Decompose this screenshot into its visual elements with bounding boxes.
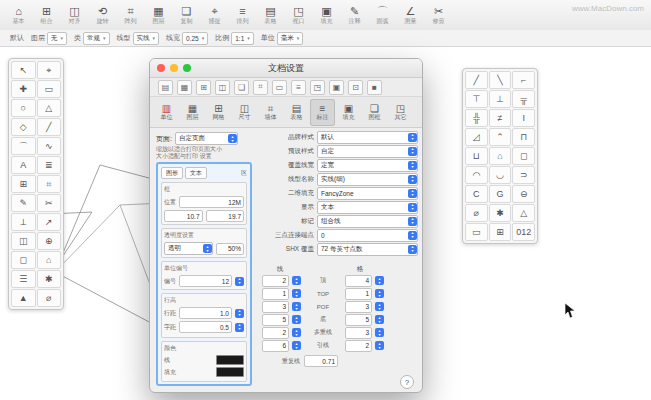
dialog-tab[interactable]: ◫ 尺寸 [232,99,257,126]
dialog-tab[interactable]: ⊞ 网格 [206,99,231,126]
property-dropdown[interactable]: 0 [317,229,418,242]
toolbar-tool-button[interactable]: ⌖ 捕捉 [202,5,227,25]
stepper-icon[interactable] [375,341,384,350]
toolbar-tool-button[interactable]: ∠ 测量 [398,5,423,25]
palette-tool[interactable]: ≠ [489,109,512,127]
property-dropdown[interactable]: FancyZone [317,187,418,200]
panel-mini-tab[interactable]: 图形 [161,167,183,179]
stepper-icon[interactable] [235,309,244,318]
palette-tool[interactable]: ⌗ [37,175,62,193]
grid-left-field[interactable]: 2 [262,275,289,287]
palette-tool[interactable]: ◠ [465,166,488,184]
palette-tool[interactable]: C [465,185,488,203]
palette-tool[interactable]: ↖ [11,61,36,79]
dialog-toolbar-icon[interactable]: ■ [367,80,382,95]
palette-tool[interactable]: ✂ [37,194,62,212]
minimize-button[interactable] [170,64,178,72]
grid-right-field[interactable]: 3 [345,301,372,313]
property-dropdown[interactable]: 默认 [317,131,418,144]
grid-right-field[interactable]: 1 [345,288,372,300]
palette-tool[interactable]: ≣ [37,156,62,174]
palette-tool[interactable]: ☰ [11,270,36,288]
attribute-dropdown[interactable]: 1:1 ▾ [231,32,254,45]
toolbar-tool-button[interactable]: ◫ 对齐 [62,5,87,25]
toolbar-tool-button[interactable]: ✂ 修剪 [426,5,451,25]
palette-tool[interactable]: ⌒ [11,137,36,155]
property-dropdown[interactable]: 文本 [317,201,418,214]
position-field[interactable]: 12M [179,196,244,208]
stepper-icon[interactable] [375,276,384,285]
palette-tool[interactable]: ◻ [512,147,535,165]
grid-left-field[interactable]: 3 [262,301,289,313]
palette-tool[interactable]: ⌐ [512,71,535,89]
palette-tool[interactable]: I [512,109,535,127]
grid-right-field[interactable]: 3 [345,327,372,339]
toolbar-tool-button[interactable]: ▤ 表格 [258,5,283,25]
palette-tool[interactable]: ⊕ [37,232,62,250]
dialog-toolbar-icon[interactable]: ⌗ [253,80,268,95]
palette-tool[interactable]: ⌂ [489,147,512,165]
palette-tool[interactable]: ⊃ [512,166,535,184]
attribute-dropdown[interactable]: 实线 ▾ [133,32,160,45]
palette-tool[interactable]: ✱ [489,204,512,222]
palette-tool[interactable]: ✚ [11,80,36,98]
attribute-dropdown[interactable]: 0.25 ▾ [182,32,208,45]
palette-tool[interactable]: ⊥ [489,90,512,108]
palette-tool[interactable]: ◿ [465,128,488,146]
grid-left-field[interactable]: 5 [262,314,289,326]
palette-tool[interactable]: ⊞ [489,223,512,241]
toolbar-tool-button[interactable]: ≡ 排列 [230,5,255,25]
palette-tool[interactable]: ▲ [11,289,36,307]
palette-tool[interactable]: △ [512,204,535,222]
toolbar-tool-button[interactable]: ▦ 图层 [146,5,171,25]
stepper-icon[interactable] [235,277,244,286]
stepper-icon[interactable] [292,289,301,298]
stepper-icon[interactable] [292,276,301,285]
palette-tool[interactable]: ∿ [37,137,62,155]
stepper-icon[interactable] [292,328,301,337]
grid-left-field[interactable]: 6 [262,340,289,352]
stepper-icon[interactable] [292,341,301,350]
dialog-tab[interactable]: ◳ 其它 [388,99,413,126]
dialog-toolbar-icon[interactable]: ◫ [215,80,230,95]
property-dropdown[interactable]: 组合线 [317,215,418,228]
dialog-titlebar[interactable]: 文档设置 [150,59,422,78]
stepper-icon[interactable] [292,302,301,311]
close-button[interactable] [157,64,165,72]
color-swatch[interactable] [216,367,244,377]
palette-tool[interactable]: ◫ [11,232,36,250]
dialog-tab[interactable]: ▣ 填充 [336,99,361,126]
spacing-field[interactable]: 0.5 [179,321,232,333]
palette-tool[interactable]: ↗ [37,213,62,231]
toolbar-tool-button[interactable]: ⌒ 圆弧 [370,5,395,25]
palette-tool[interactable]: ⊔ [465,147,488,165]
toolbar-tool-button[interactable]: ▣ 填充 [314,5,339,25]
dialog-tab[interactable]: ▤ 表格 [284,99,309,126]
palette-tool[interactable]: ▭ [37,80,62,98]
panel-mini-tab[interactable]: 文本 [185,167,207,179]
grid-right-field[interactable]: 4 [345,275,372,287]
grid-footer-field[interactable]: 0.71 [304,355,338,367]
property-dropdown[interactable]: 自定 [317,145,418,158]
stepper-icon[interactable] [235,323,244,332]
property-dropdown[interactable]: 实线(细) [317,173,418,186]
property-dropdown[interactable]: 定宽 [317,159,418,172]
grid-left-field[interactable]: 1 [262,288,289,300]
color-swatch[interactable] [216,355,244,365]
dialog-tab[interactable]: ▦ 图层 [180,99,205,126]
dialog-tab[interactable]: ▥ 单位 [154,99,179,126]
dialog-toolbar-icon[interactable]: ≡ [291,80,306,95]
palette-tool[interactable]: A [11,156,36,174]
dialog-toolbar-icon[interactable]: ▣ [329,80,344,95]
grid-right-field[interactable]: 2 [345,340,372,352]
toolbar-tool-button[interactable]: ❏ 复制 [174,5,199,25]
palette-tool[interactable]: ✎ [11,194,36,212]
palette-tool[interactable]: ○ [11,99,36,117]
palette-tool[interactable]: ⌂ [37,251,62,269]
toolbar-tool-button[interactable]: ◳ 视口 [286,5,311,25]
toolbar-tool-button[interactable]: ⌂ 基本 [6,5,31,25]
stepper-icon[interactable] [292,315,301,324]
toolbar-tool-button[interactable]: ⌗ 阵列 [118,5,143,25]
dialog-toolbar-icon[interactable]: ▤ [158,80,173,95]
attribute-dropdown[interactable]: 常规 ▾ [83,32,110,45]
